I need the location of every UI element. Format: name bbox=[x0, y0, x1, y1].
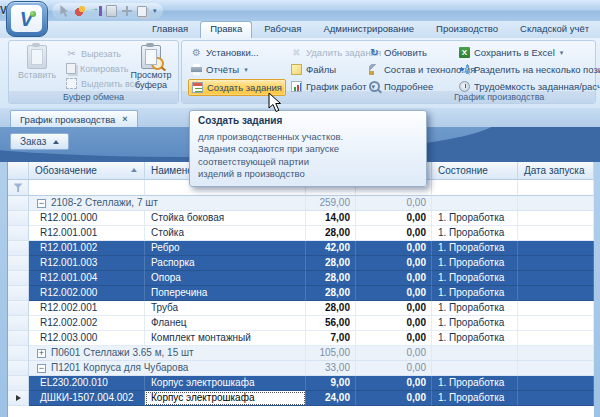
cell-launch-date[interactable] bbox=[518, 241, 594, 256]
cell-labor[interactable]: 0,00 bbox=[356, 271, 432, 286]
cell-quantity[interactable]: 42,00 bbox=[306, 241, 356, 256]
table-row[interactable]: R12.001.003Распорка28,000,001. Проработк… bbox=[8, 256, 594, 271]
cell-name[interactable]: Стойка bbox=[145, 226, 306, 241]
group-label[interactable]: −2108-2 Стеллажи, 7 шт bbox=[29, 196, 306, 211]
cell-labor[interactable]: 0,00 bbox=[356, 316, 432, 331]
settings-button[interactable]: ⚙Установки... bbox=[188, 45, 262, 60]
row-indicator[interactable] bbox=[8, 196, 29, 211]
group-state[interactable] bbox=[432, 346, 518, 361]
cell-launch-date[interactable] bbox=[518, 256, 594, 271]
group-quantity[interactable]: 259,00 bbox=[306, 196, 356, 211]
cell-labor[interactable]: 0,00 bbox=[356, 301, 432, 316]
table-row[interactable]: R12.001.002Ребро42,000,001. Проработка bbox=[8, 241, 594, 256]
cell-labor[interactable]: 0,00 bbox=[356, 256, 432, 271]
cell-state[interactable]: 1. Проработка bbox=[432, 271, 518, 286]
row-indicator[interactable] bbox=[8, 286, 29, 301]
row-indicator[interactable] bbox=[8, 271, 29, 286]
cell-state[interactable]: 1. Проработка bbox=[432, 331, 518, 346]
cell-launch-date[interactable] bbox=[518, 211, 594, 226]
cell-designation[interactable]: R12.002.002 bbox=[29, 316, 145, 331]
cell-quantity[interactable]: 28,00 bbox=[306, 301, 356, 316]
cell-name[interactable]: Труба bbox=[145, 301, 306, 316]
row-indicator[interactable] bbox=[8, 391, 29, 406]
cell-quantity[interactable]: 56,00 bbox=[306, 316, 356, 331]
clipboard-viewer-button[interactable]: Просмотр буфера обмена bbox=[124, 44, 178, 92]
cell-launch-date[interactable] bbox=[518, 286, 594, 301]
cell-quantity[interactable]: 9,00 bbox=[306, 376, 356, 391]
cell-designation[interactable]: R12.002.000 bbox=[29, 286, 145, 301]
cell-quantity[interactable]: 28,00 bbox=[306, 226, 356, 241]
cell-state[interactable]: 1. Проработка bbox=[432, 241, 518, 256]
labor-button[interactable]: Трудоёмкость заданная/расчётная bbox=[456, 79, 600, 94]
cell-name[interactable]: Ребро bbox=[145, 241, 306, 256]
group-labor[interactable]: 0,00 bbox=[356, 196, 432, 211]
cell-launch-date[interactable] bbox=[518, 331, 594, 346]
cell-designation[interactable]: ДШКИ-1507.004.002 bbox=[29, 391, 145, 406]
cell-quantity[interactable]: 28,00 bbox=[306, 286, 356, 301]
cell-state[interactable]: 1. Проработка bbox=[432, 226, 518, 241]
expand-icon[interactable]: + bbox=[37, 349, 46, 358]
cell-labor[interactable]: 0,00 bbox=[356, 211, 432, 226]
row-indicator[interactable] bbox=[8, 331, 29, 346]
ribbon-tab-5[interactable]: Складской учёт bbox=[510, 21, 599, 38]
filter-state[interactable] bbox=[432, 180, 518, 196]
cell-state[interactable]: 1. Проработка bbox=[432, 391, 518, 406]
header-state[interactable]: Состояние bbox=[432, 162, 518, 180]
table-row[interactable]: R12.001.001Стойка28,000,001. Проработка bbox=[8, 226, 594, 241]
table-row[interactable]: R12.001.000Стойка боковая14,000,001. Про… bbox=[8, 211, 594, 226]
cell-state[interactable]: 1. Проработка bbox=[432, 211, 518, 226]
add-icon[interactable] bbox=[121, 5, 133, 17]
cell-state[interactable]: 1. Проработка bbox=[432, 376, 518, 391]
cell-quantity[interactable]: 7,00 bbox=[306, 331, 356, 346]
cell-name[interactable]: Корпус электрошкафа bbox=[145, 391, 306, 406]
cell-labor[interactable]: 0,00 bbox=[356, 376, 432, 391]
printer-button[interactable]: Отчёты▾ bbox=[188, 62, 251, 77]
cell-launch-date[interactable] bbox=[518, 301, 594, 316]
cell-name[interactable]: Фланец bbox=[145, 316, 306, 331]
ribbon-tab-2[interactable]: Рабочая bbox=[254, 21, 311, 38]
magnifier-button[interactable]: Подробнее bbox=[366, 79, 436, 94]
cell-labor[interactable]: 0,00 bbox=[356, 331, 432, 346]
row-indicator[interactable] bbox=[8, 226, 29, 241]
table-row[interactable]: ДШКИ-1507.004.002Корпус электрошкафа24,0… bbox=[8, 391, 594, 406]
row-indicator[interactable] bbox=[8, 241, 29, 256]
row-indicator[interactable] bbox=[8, 256, 29, 271]
cell-designation[interactable]: R12.001.004 bbox=[29, 271, 145, 286]
cell-state[interactable]: 1. Проработка bbox=[432, 256, 518, 271]
cell-quantity[interactable]: 14,00 bbox=[306, 211, 356, 226]
cell-name[interactable]: Распорка bbox=[145, 256, 306, 271]
cell-name[interactable]: Стойка боковая bbox=[145, 211, 306, 226]
cell-name[interactable]: Опора bbox=[145, 271, 306, 286]
row-indicator[interactable] bbox=[8, 376, 29, 391]
cell-labor[interactable]: 0,00 bbox=[356, 391, 432, 406]
refresh-button[interactable]: ↻Обновить bbox=[366, 45, 430, 60]
table-row[interactable]: R12.001.004Опора28,000,001. Проработка bbox=[8, 271, 594, 286]
collapse-icon[interactable]: − bbox=[37, 364, 46, 373]
table-row[interactable]: R12.002.000Поперечина28,000,001. Прорабо… bbox=[8, 286, 594, 301]
cell-labor[interactable]: 0,00 bbox=[356, 226, 432, 241]
group-quantity[interactable]: 33,00 bbox=[306, 361, 356, 376]
note-button[interactable]: Файлы bbox=[288, 62, 339, 77]
ribbon-tab-4[interactable]: Производство bbox=[426, 21, 508, 38]
group-quantity[interactable]: 105,00 bbox=[306, 346, 356, 361]
excel-button[interactable]: XСохранить в Excel▾ bbox=[456, 45, 566, 60]
cell-designation[interactable]: R12.001.001 bbox=[29, 226, 145, 241]
table-row[interactable]: EL230.200.010Корпус электрошкафа9,000,00… bbox=[8, 376, 594, 391]
cell-quantity[interactable]: 28,00 bbox=[306, 271, 356, 286]
cell-labor[interactable]: 0,00 bbox=[356, 286, 432, 301]
cell-state[interactable]: 1. Проработка bbox=[432, 316, 518, 331]
cell-launch-date[interactable] bbox=[518, 391, 594, 406]
filter-launch-date[interactable] bbox=[518, 180, 594, 196]
group-state[interactable] bbox=[432, 196, 518, 211]
group-state[interactable] bbox=[432, 361, 518, 376]
group-row[interactable]: −2108-2 Стеллажи, 7 шт259,000,00 bbox=[8, 196, 594, 211]
table-row[interactable]: R12.002.001Труба28,000,001. Проработка bbox=[8, 301, 594, 316]
cell-launch-date[interactable] bbox=[518, 226, 594, 241]
group-label[interactable]: −П1201 Корпуса для Чубарова bbox=[29, 361, 306, 376]
cell-labor[interactable]: 0,00 bbox=[356, 241, 432, 256]
quick-access-more-icon[interactable]: ▾ bbox=[153, 7, 157, 15]
cell-quantity[interactable]: 28,00 bbox=[306, 256, 356, 271]
group-by-chip-order[interactable]: Заказ bbox=[10, 133, 69, 150]
close-tab-icon[interactable]: × bbox=[122, 114, 127, 124]
group-date[interactable] bbox=[518, 196, 594, 211]
